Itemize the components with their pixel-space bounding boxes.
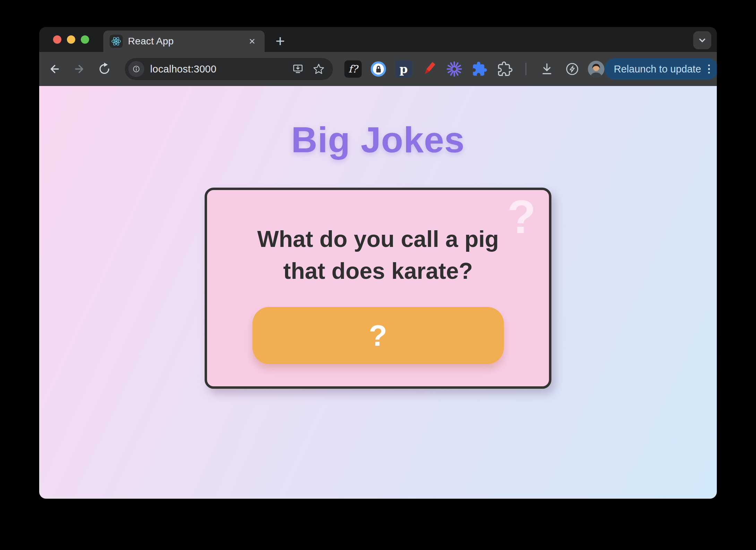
extensions-menu-button[interactable] xyxy=(495,59,515,79)
tab-react-app[interactable]: React App xyxy=(103,31,265,52)
relaunch-to-update-button[interactable]: Relaunch to update xyxy=(604,58,717,80)
joke-card: ? What do you call a pig that does karat… xyxy=(205,188,551,389)
downloads-button[interactable] xyxy=(537,59,557,79)
star-outline-icon xyxy=(311,62,326,76)
password-lock-icon xyxy=(369,60,387,78)
toolbar-divider xyxy=(525,63,526,75)
arrow-right-icon xyxy=(71,61,88,77)
screenshot-stage: React App + xyxy=(0,0,756,550)
f-question-badge-icon: f? xyxy=(344,60,362,78)
info-icon xyxy=(130,63,143,75)
chevron-down-icon xyxy=(695,33,709,47)
install-app-icon xyxy=(291,62,305,76)
highlighter-extension-button[interactable] xyxy=(419,59,439,79)
puzzle-extension-button[interactable] xyxy=(470,59,489,79)
profile-avatar[interactable] xyxy=(588,61,604,77)
maximize-window-button[interactable] xyxy=(81,35,89,44)
joke-question-line1: What do you call a pig xyxy=(207,223,549,255)
install-app-button[interactable] xyxy=(291,62,305,76)
tab-strip: React App + xyxy=(39,27,717,52)
question-mark-decoration: ? xyxy=(507,194,536,240)
reload-button[interactable] xyxy=(96,61,113,77)
download-icon xyxy=(539,61,555,77)
bookmark-button[interactable] xyxy=(311,62,326,76)
reload-icon xyxy=(96,61,112,77)
purple-burst-icon xyxy=(445,60,463,78)
energy-saver-button[interactable] xyxy=(562,59,582,79)
page-title: Big Jokes xyxy=(39,119,717,161)
forward-button[interactable] xyxy=(71,61,88,77)
reveal-answer-button[interactable]: ? xyxy=(252,307,504,364)
ai-assistant-extension-button[interactable] xyxy=(445,59,464,79)
back-button[interactable] xyxy=(46,61,63,77)
extensions-puzzle-icon xyxy=(497,61,513,77)
traffic-lights xyxy=(53,35,89,44)
tab-close-icon[interactable] xyxy=(246,35,258,48)
blue-puzzle-icon xyxy=(472,61,488,77)
extension-icons: f? p xyxy=(343,59,604,79)
browser-window: React App + xyxy=(39,27,717,499)
p-badge-icon: p xyxy=(395,60,412,78)
address-bar[interactable]: localhost:3000 xyxy=(125,58,333,80)
new-tab-button[interactable]: + xyxy=(271,32,290,50)
relaunch-label: Relaunch to update xyxy=(614,63,701,75)
tab-search-button[interactable] xyxy=(693,31,711,49)
arrow-left-icon xyxy=(46,61,63,77)
tab-title: React App xyxy=(128,36,174,47)
close-window-button[interactable] xyxy=(53,35,61,44)
p-extension-button[interactable]: p xyxy=(394,59,413,79)
avatar-photo-icon xyxy=(588,61,604,77)
minimize-window-button[interactable] xyxy=(67,35,75,44)
site-info-button[interactable] xyxy=(128,61,144,77)
url-text[interactable]: localhost:3000 xyxy=(150,63,284,75)
font-finder-extension-button[interactable]: f? xyxy=(343,59,363,79)
joke-question-line2: that does karate? xyxy=(207,255,549,287)
password-manager-extension-button[interactable] xyxy=(369,59,388,79)
react-favicon-icon xyxy=(110,35,123,48)
red-marker-icon xyxy=(420,60,438,78)
kebab-menu-icon[interactable] xyxy=(707,63,712,75)
page-viewport: Big Jokes ? What do you call a pig that … xyxy=(39,86,717,499)
energy-leaf-icon xyxy=(564,60,581,78)
browser-toolbar: localhost:3000 f? xyxy=(39,52,717,86)
